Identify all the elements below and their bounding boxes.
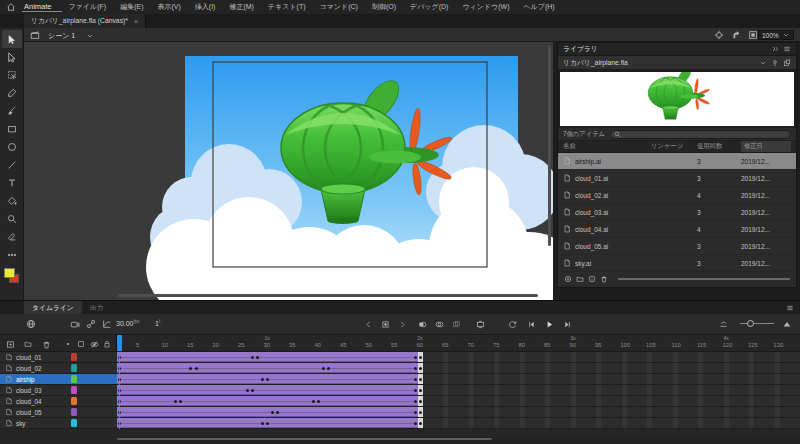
end-frame-marker[interactable] [418, 352, 423, 362]
frame-rate[interactable]: 30.00fps [116, 319, 140, 327]
keyframe-dot-frame-39[interactable] [312, 400, 315, 403]
chevron-down-icon[interactable] [759, 59, 767, 67]
clapperboard-icon[interactable] [30, 30, 40, 40]
keyframe-dot-frame-31[interactable] [271, 411, 274, 414]
keyframe-dot-frame-59[interactable] [414, 389, 417, 392]
rectangle-tool-icon[interactable] [2, 120, 22, 138]
end-frame-marker[interactable] [418, 418, 423, 428]
menu-ファイル(F)[interactable]: ファイル(F) [62, 0, 114, 14]
keyframe-dot-frame-59[interactable] [414, 367, 417, 370]
keyframe-dot-frame-28[interactable] [256, 356, 259, 359]
layer-cloud_04[interactable]: cloud_04 [0, 396, 117, 407]
frame-span[interactable] [117, 418, 423, 428]
keyframe-dot-frame-27[interactable] [251, 356, 254, 359]
frames-grid[interactable] [117, 352, 800, 429]
end-frame-marker[interactable] [418, 363, 423, 373]
keyframe-dot-frame-30[interactable] [266, 422, 269, 425]
document-tab[interactable]: リカバリ_airplane.fla (Canvas)* × [24, 14, 146, 28]
keyframe-dot-frame-59[interactable] [414, 378, 417, 381]
library-item-cloud_05.ai[interactable]: cloud_05.ai32019/12... [558, 238, 796, 255]
center-stage-icon[interactable] [714, 30, 724, 40]
loop-range-icon[interactable] [473, 317, 487, 331]
free-transform-tool-icon[interactable] [2, 66, 22, 84]
text-tool-icon[interactable] [2, 174, 22, 192]
keyframe-dot-frame-29[interactable] [261, 378, 264, 381]
layer-outline-color[interactable] [71, 419, 77, 427]
frame-row-cloud_01[interactable] [117, 352, 800, 363]
menu-ヘルプ(H)[interactable]: ヘルプ(H) [516, 0, 561, 14]
menu-デバッグ(D)[interactable]: デバッグ(D) [403, 0, 455, 14]
scene-label[interactable]: シーン 1 [48, 31, 75, 41]
output-tab[interactable]: 出力 [82, 301, 112, 315]
menu-編集(E)[interactable]: 編集(E) [113, 0, 150, 14]
frame-row-cloud_04[interactable] [117, 396, 800, 407]
previous-keyframe-icon[interactable] [361, 317, 375, 331]
line-tool-icon[interactable] [2, 156, 22, 174]
keyframe-dot-frame-41[interactable] [322, 367, 325, 370]
stage-canvas[interactable] [24, 42, 553, 300]
keyframe-dot-frame-59[interactable] [414, 356, 417, 359]
frame-row-cloud_02[interactable] [117, 363, 800, 374]
library-horizontal-scrollbar[interactable] [618, 278, 790, 280]
frame-span[interactable] [117, 396, 423, 406]
new-folder-icon[interactable] [22, 338, 34, 350]
delete-layer-icon[interactable] [40, 338, 52, 350]
library-item-airship.ai[interactable]: airship.ai32019/12... [558, 153, 796, 170]
step-back-icon[interactable] [524, 317, 538, 331]
paint-bucket-tool-icon[interactable] [2, 192, 22, 210]
insert-keyframe-icon[interactable] [378, 317, 392, 331]
brush-tool-icon[interactable] [2, 102, 22, 120]
canvas-horizontal-scrollbar[interactable] [118, 294, 538, 297]
frame-span[interactable] [117, 352, 423, 362]
edit-multiple-frames-icon[interactable] [449, 317, 463, 331]
menu-テキスト(T)[interactable]: テキスト(T) [261, 0, 313, 14]
onion-skin-icon[interactable] [415, 317, 429, 331]
layer-outline-color[interactable] [71, 364, 77, 372]
new-layer-icon[interactable] [4, 338, 16, 350]
layer-cloud_03[interactable]: cloud_03 [0, 385, 117, 396]
frame-row-airship[interactable] [117, 374, 800, 385]
app-name[interactable]: Animate [22, 2, 62, 12]
frame-span[interactable] [117, 363, 423, 373]
layer-sky[interactable]: sky [0, 418, 117, 429]
play-icon[interactable] [542, 317, 556, 331]
layer-outline-color[interactable] [71, 408, 77, 416]
library-item-cloud_04.ai[interactable]: cloud_04.ai42019/12... [558, 221, 796, 238]
menu-挿入(I)[interactable]: 挿入(I) [188, 0, 223, 14]
fill-color-swatch[interactable] [4, 268, 15, 278]
frame-row-cloud_03[interactable] [117, 385, 800, 396]
keyframe-dot-frame-15[interactable] [189, 367, 192, 370]
keyframe-dot-frame-12[interactable] [174, 400, 177, 403]
keyframe-dot-frame-59[interactable] [414, 422, 417, 425]
menu-修正(M)[interactable]: 修正(M) [222, 0, 261, 14]
zoom-tool-icon[interactable] [2, 210, 22, 228]
next-keyframe-icon[interactable] [395, 317, 409, 331]
subselection-tool-icon[interactable] [2, 48, 22, 66]
column-name[interactable]: 名前 [563, 142, 651, 151]
oval-tool-icon[interactable] [2, 138, 22, 156]
pen-tool-icon[interactable] [2, 84, 22, 102]
menu-制御(O)[interactable]: 制御(O) [365, 0, 403, 14]
menu-ウィンドウ(W)[interactable]: ウィンドウ(W) [455, 0, 516, 14]
delete-item-icon[interactable] [600, 275, 608, 283]
show-all-dot-icon[interactable] [62, 338, 74, 350]
timeline-tab[interactable]: タイムライン [24, 301, 82, 315]
end-frame-marker[interactable] [418, 385, 423, 395]
layer-parenting-icon[interactable] [84, 317, 98, 331]
eraser-tool-icon[interactable] [2, 228, 22, 246]
frame-row-cloud_05[interactable] [117, 407, 800, 418]
keyframe-dot-frame-40[interactable] [317, 400, 320, 403]
keyframe-dot-frame-59[interactable] [414, 411, 417, 414]
scrollbar-thumb[interactable] [117, 438, 492, 440]
library-item-cloud_01.ai[interactable]: cloud_01.ai32019/12... [558, 170, 796, 187]
home-icon[interactable] [0, 2, 22, 12]
rotation-tool-icon[interactable] [731, 30, 741, 40]
library-item-cloud_02.ai[interactable]: cloud_02.ai42019/12... [558, 187, 796, 204]
onion-sphere-icon[interactable] [24, 317, 38, 331]
timeline-zoom-fit-icon[interactable] [780, 317, 794, 331]
frame-span[interactable] [117, 374, 423, 384]
layer-outline-color[interactable] [71, 375, 77, 383]
column-use-count[interactable]: 使用回数 [697, 142, 741, 151]
more-tools-icon[interactable] [2, 246, 22, 264]
keyframe-dot-frame-13[interactable] [179, 400, 182, 403]
